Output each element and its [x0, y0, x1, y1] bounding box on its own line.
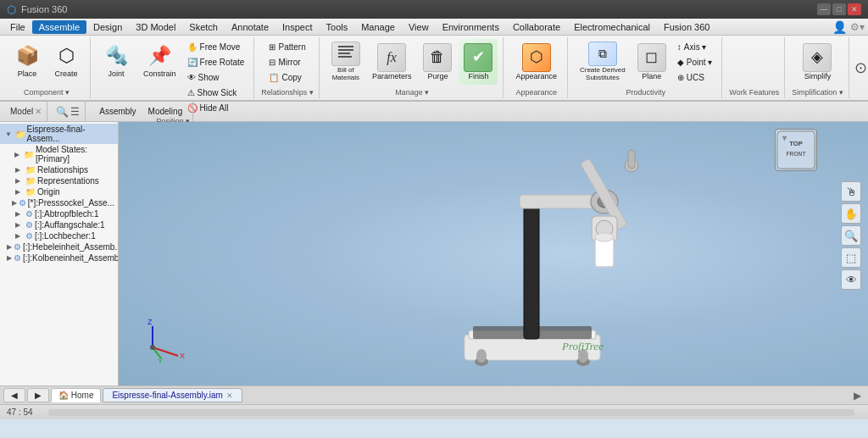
ribbon-manage-label: Manage ▾: [395, 86, 429, 97]
menu-sketch[interactable]: Sketch: [182, 20, 225, 34]
app-logo: ⬡: [7, 3, 16, 16]
settings-dropdown[interactable]: ⚙▾: [850, 21, 865, 33]
menu-manage[interactable]: Manage: [354, 20, 402, 34]
file-tab[interactable]: Eispresse-final-Assembly.iam ✕: [103, 388, 242, 402]
restore-button[interactable]: □: [832, 3, 846, 15]
close-button[interactable]: ✕: [848, 3, 861, 15]
ribbon-copy-button[interactable]: 📋 Copy: [264, 69, 309, 85]
plane-label: Plane: [642, 72, 661, 81]
ribbon-appearance-buttons: ⬡ Appearance: [510, 39, 562, 86]
tree-item-origin[interactable]: ▶ 📁 Origin: [0, 186, 118, 197]
tree-label-representations: Representations: [37, 176, 99, 186]
tree-item-hebeleinheit[interactable]: ▶ ⚙ [:]:Hebeleinheit_Assemb...: [0, 241, 118, 252]
ribbon-point-button[interactable]: ◆ Point ▾: [673, 54, 717, 69]
ribbon-group-position: 🔩 Joint 📌 Constrain ✋ Free Move 🔄 Free R…: [92, 37, 254, 98]
viewcube[interactable]: TOP FRONT: [775, 129, 826, 180]
simplify-icon: ◈: [803, 43, 832, 72]
ribbon-bom-button[interactable]: Bill ofMaterials: [326, 39, 365, 85]
pan-button[interactable]: ✋: [841, 203, 861, 224]
ribbon-simplify-button[interactable]: ◈ Simplify: [798, 39, 837, 85]
ribbon-axis-button[interactable]: ↕ Axis ▾: [673, 39, 717, 54]
folder-icon-repr: 📁: [25, 176, 36, 186]
axes-svg: X Y Z: [136, 318, 186, 364]
menu-fusion360[interactable]: Fusion 360: [657, 20, 716, 34]
ribbon-create-button[interactable]: ⬡ Create: [47, 39, 85, 85]
menu-assemble[interactable]: Assemble: [32, 20, 86, 34]
svg-point-29: [150, 345, 155, 350]
ribbon-joint-button[interactable]: 🔩 Joint: [97, 39, 135, 85]
show-label: Show: [198, 73, 220, 82]
tree-item-modelstates[interactable]: ▶ 📁 Model States: [Primary]: [0, 144, 118, 164]
orbit-icon[interactable]: ⊙: [854, 58, 867, 77]
plane-icon: ◻: [637, 43, 666, 72]
tree-item-auffangschale[interactable]: ▶ ⚙ [:]:Auffangschale:1: [0, 219, 118, 230]
create-icon: ⬡: [58, 45, 75, 67]
toolbar-menu-icon[interactable]: ☰: [70, 106, 80, 118]
tree-item-presssockel[interactable]: ▶ ⚙ [*]:Presssockel_Asse...: [0, 197, 118, 208]
svg-rect-2: [338, 53, 350, 54]
expand-icon-lb: ▶: [15, 232, 24, 240]
cube-face-top[interactable]: TOP FRONT: [775, 129, 817, 171]
joint-icon: 🔩: [105, 45, 128, 67]
ribbon-mirror-button[interactable]: ⊟ Mirror: [264, 54, 309, 69]
ribbon-group-manage: Bill ofMaterials fx Parameters 🗑 Purge ✔…: [321, 37, 504, 98]
toolbar-modeling-tab[interactable]: Modeling: [143, 105, 188, 118]
home-tab[interactable]: 🏠 Home: [51, 388, 101, 402]
menu-view[interactable]: View: [402, 20, 436, 34]
tree-item-root[interactable]: ▼ 📁 Eispresse-final-Assem...: [0, 124, 118, 144]
ribbon-productivity-small: ↕ Axis ▾ ◆ Point ▾ ⊕ UCS: [673, 39, 717, 85]
tree-item-kolbeneinheit[interactable]: ▶ ⚙ [:]:Kolbeneinheit_Assemb...: [0, 252, 118, 263]
model-tree: ▼ 📁 Eispresse-final-Assem... ▶ 📁 Model S…: [0, 122, 118, 385]
ribbon-pattern-button[interactable]: ⊞ Pattern: [264, 39, 309, 54]
menu-collaborate[interactable]: Collaborate: [506, 20, 567, 34]
menu-3dmodel[interactable]: 3D Model: [129, 20, 182, 34]
showsick-icon: ⚠: [187, 88, 195, 97]
tree-label-hebeleinheit: [:]:Hebeleinheit_Assemb...: [23, 242, 118, 252]
orbit-button[interactable]: 🖱: [841, 181, 861, 202]
file-tab-close[interactable]: ✕: [226, 391, 233, 400]
file-tab-label: Eispresse-final-Assembly.iam: [112, 391, 222, 400]
menu-tools[interactable]: Tools: [320, 20, 355, 34]
ribbon-constrain-button[interactable]: 📌 Constrain: [138, 39, 181, 85]
view-button[interactable]: 👁: [841, 269, 861, 290]
ribbon-showsick-button[interactable]: ⚠ Show Sick: [183, 85, 249, 100]
toolbar-search-icon[interactable]: 🔍: [56, 106, 69, 118]
ribbon-freemove-button[interactable]: ✋ Free Move: [183, 39, 249, 54]
menu-design[interactable]: Design: [86, 20, 129, 34]
tree-item-relationships[interactable]: ▶ 📁 Relationships: [0, 164, 118, 175]
toolbar-assembly-tab[interactable]: Assembly: [94, 105, 141, 118]
menu-inspect[interactable]: Inspect: [275, 20, 319, 34]
menu-annotate[interactable]: Annotate: [225, 20, 275, 34]
tree-item-representations[interactable]: ▶ 📁 Representations: [0, 175, 118, 186]
ucs-label: UCS: [687, 73, 704, 82]
ribbon-group-component: 📦 Place ⬡ Create Component ▾: [3, 37, 91, 98]
ribbon-purge-button[interactable]: 🗑 Purge: [418, 39, 457, 85]
ribbon-plane-button[interactable]: ◻ Plane: [632, 39, 671, 85]
toolbar-model-close[interactable]: ✕: [35, 107, 42, 116]
nav-forward-button[interactable]: ▶: [27, 388, 49, 402]
ribbon-show-button[interactable]: 👁 Show: [183, 69, 249, 85]
ribbon-derivedsubstitutes-button[interactable]: ⧉ Create DerivedSubstitutes: [575, 39, 631, 85]
account-icon[interactable]: 👤: [832, 20, 847, 34]
ribbon-appearance-button[interactable]: ⬡ Appearance: [510, 39, 562, 85]
ribbon-place-button[interactable]: 📦 Place: [8, 39, 46, 85]
zoom-button[interactable]: 🔍: [841, 225, 861, 246]
menu-environments[interactable]: Environments: [436, 20, 506, 34]
scroll-right-icon[interactable]: ▶: [850, 390, 865, 402]
create-label: Create: [54, 69, 77, 79]
nav-back-button[interactable]: ◀: [3, 388, 25, 402]
fitall-button[interactable]: ⬚: [841, 247, 861, 268]
menu-file[interactable]: File: [3, 20, 32, 34]
menu-electromechanical[interactable]: Electromechanical: [567, 20, 657, 34]
ribbon-finish-button[interactable]: ✔ Finish: [459, 39, 498, 85]
3d-viewport[interactable]: TOP FRONT: [119, 122, 868, 385]
ribbon-freerotate-button[interactable]: 🔄 Free Rotate: [183, 54, 249, 69]
tree-item-abtropfblech[interactable]: ▶ ⚙ [:]:Abtropfblech:1: [0, 208, 118, 219]
ribbon-parameters-button[interactable]: fx Parameters: [367, 39, 417, 85]
parameters-label: Parameters: [372, 72, 412, 81]
ribbon-ucs-button[interactable]: ⊕ UCS: [673, 69, 717, 85]
app-title: Fusion 360: [21, 4, 67, 14]
minimize-button[interactable]: —: [817, 3, 831, 15]
tree-item-lochbecher[interactable]: ▶ ⚙ [:]:Lochbecher:1: [0, 230, 118, 241]
svg-point-25: [595, 233, 614, 241]
